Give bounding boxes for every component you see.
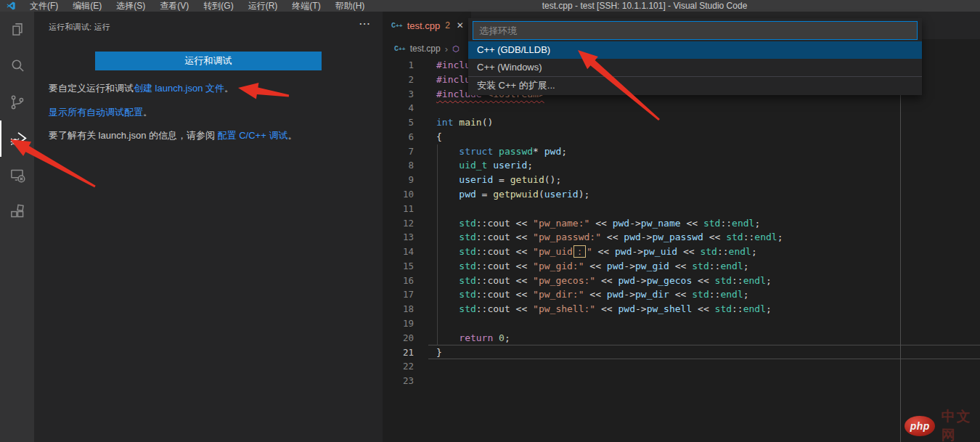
code-line[interactable]: 5int main() — [383, 115, 980, 130]
line-content: struct passwd* pwd; — [436, 144, 567, 159]
activity-run-and-debug[interactable] — [0, 120, 34, 157]
line-number: 7 — [383, 144, 414, 159]
php-cn-watermark: php 中文网 — [905, 407, 980, 442]
tab-close-icon[interactable]: ✕ — [457, 20, 464, 30]
line-number: 2 — [383, 73, 414, 87]
code-line[interactable]: 13 std::cout << "pw_passwd:" << pwd->pw_… — [383, 230, 980, 245]
quickpick-item[interactable]: 安装 C++ 的扩展... — [468, 76, 922, 94]
line-number: 11 — [383, 202, 414, 216]
code-line[interactable]: 19 — [383, 316, 980, 331]
extensions-icon — [8, 202, 27, 221]
tab-test-cpp[interactable]: C++ test.cpp 2 ✕ — [383, 12, 471, 39]
code-line[interactable]: 16 std::cout << "pw_gecos:" << pwd->pw_g… — [383, 274, 980, 288]
quickpick-item[interactable]: C++ (Windows) — [468, 59, 922, 76]
line-content: userid = getuid(); — [436, 173, 561, 187]
code-line[interactable]: 15 std::cout << "pw_gid:" << pwd->pw_gid… — [383, 259, 980, 274]
code-line[interactable]: 23 — [383, 374, 980, 388]
editor-ruler — [900, 58, 901, 442]
activity-remote-explorer[interactable] — [0, 157, 34, 193]
code-line[interactable]: 9 userid = getuid(); — [383, 173, 980, 187]
activity-explorer[interactable] — [0, 12, 34, 48]
line-number: 19 — [383, 316, 414, 331]
line-content: std::cout << "pw_gecos:" << pwd->pw_geco… — [436, 274, 772, 288]
launch-json-info-text: 要了解有关 launch.json 的信息，请参阅 配置 C/C++ 调试。 — [49, 129, 372, 142]
quickpick-list: C++ (GDB/LLDB)C++ (Windows)安装 C++ 的扩展... — [468, 41, 922, 94]
line-content: } — [436, 345, 442, 360]
cpp-file-icon: C++ — [391, 22, 403, 30]
line-number: 15 — [383, 259, 414, 274]
line-content: return 0; — [436, 331, 510, 345]
menu-item[interactable]: 选择(S) — [109, 0, 152, 12]
line-content: std::cout << "pw_dir:" << pwd->pw_dir <<… — [436, 287, 749, 302]
create-launch-json-link[interactable]: 创建 launch.json 文件 — [134, 83, 224, 94]
line-number: 14 — [383, 245, 414, 259]
line-number: 8 — [383, 158, 414, 173]
run-and-debug-button[interactable]: 运行和调试 — [95, 52, 322, 70]
select-environment-quickpick: C++ (GDB/LLDB)C++ (Windows)安装 C++ 的扩展... — [468, 18, 922, 95]
show-auto-configs-text: 显示所有自动调试配置。 — [49, 106, 372, 118]
symbol-cube-icon: ⬡ — [452, 44, 460, 54]
tab-problem-badge: 2 — [445, 20, 450, 30]
breadcrumb-file[interactable]: test.cpp — [410, 44, 441, 54]
code-editor[interactable]: 1#include <sys/types.h>2#include <pwd.h>… — [383, 58, 980, 442]
line-content: std::cout << "pw_passwd:" << pwd->pw_pas… — [436, 230, 783, 245]
menu-item[interactable]: 运行(R) — [241, 0, 285, 12]
line-number: 6 — [383, 130, 414, 144]
code-line[interactable]: 17 std::cout << "pw_dir:" << pwd->pw_dir… — [383, 287, 980, 302]
code-line[interactable]: 6{ — [383, 130, 980, 144]
line-number: 3 — [383, 87, 414, 102]
line-content: std::cout << "pw_gid:" << pwd->pw_gid <<… — [436, 259, 749, 274]
menu-item[interactable]: 查看(V) — [152, 0, 196, 12]
run-debug-sidebar: 运行和调试: 运行 ⋯ 运行和调试 要自定义运行和调试创建 launch.jso… — [34, 12, 383, 442]
line-number: 16 — [383, 274, 414, 288]
run-and-debug-icon — [9, 129, 28, 148]
activity-extensions[interactable] — [0, 193, 34, 229]
activity-source-control[interactable] — [0, 84, 34, 120]
line-number: 5 — [383, 115, 414, 130]
line-number: 17 — [383, 287, 414, 302]
line-content: int main() — [436, 115, 493, 130]
code-line[interactable]: 18 std::cout << "pw_shell:" << pwd->pw_s… — [383, 302, 980, 316]
code-line[interactable]: 4 — [383, 101, 980, 115]
files-icon — [8, 20, 27, 39]
chevron-right-icon: › — [445, 44, 448, 54]
show-auto-debug-configs-link[interactable]: 显示所有自动调试配置 — [49, 107, 143, 118]
code-line[interactable]: 11 — [383, 202, 980, 216]
source-control-icon — [8, 93, 27, 112]
line-number: 20 — [383, 331, 414, 345]
sidebar-title: 运行和调试: 运行 — [49, 22, 110, 33]
code-line[interactable]: 7 struct passwd* pwd; — [383, 144, 980, 159]
code-line[interactable]: 14 std::cout << "pw_uid：" << pwd->pw_uid… — [383, 245, 980, 259]
activity-search[interactable] — [0, 48, 34, 84]
php-logo: php — [905, 416, 935, 436]
configure-cpp-debug-link[interactable]: 配置 C/C++ 调试 — [218, 130, 288, 141]
quickpick-input-box — [473, 21, 918, 40]
line-number: 4 — [383, 101, 414, 115]
line-content: std::cout << "pw_name:" << pwd->pw_name … — [436, 216, 760, 231]
quickpick-input[interactable] — [473, 25, 917, 36]
code-line[interactable]: 20 return 0; — [383, 331, 980, 345]
more-actions-icon[interactable]: ⋯ — [359, 17, 371, 30]
quickpick-item[interactable]: C++ (GDB/LLDB) — [468, 41, 922, 59]
line-number: 9 — [383, 173, 414, 187]
tab-label: test.cpp — [407, 20, 441, 31]
code-line[interactable]: 10 pwd = getpwuid(userid); — [383, 187, 980, 202]
code-line[interactable]: 12 std::cout << "pw_name:" << pwd->pw_na… — [383, 216, 980, 231]
menu-item[interactable]: 文件(F) — [23, 0, 65, 12]
line-content: { — [436, 130, 442, 144]
menu-item[interactable]: 终端(T) — [285, 0, 327, 12]
line-content: std::cout << "pw_shell:" << pwd->pw_shel… — [436, 302, 772, 316]
line-content: pwd = getpwuid(userid); — [436, 187, 589, 202]
line-number: 23 — [383, 374, 414, 388]
menu-item[interactable]: 帮助(H) — [328, 0, 372, 12]
line-number: 21 — [383, 345, 414, 360]
code-line[interactable]: 22 — [383, 359, 980, 374]
menu-item[interactable]: 编辑(E) — [65, 0, 109, 12]
line-content: uid_t userid; — [436, 158, 533, 173]
menu-item[interactable]: 转到(G) — [196, 0, 240, 12]
code-line[interactable]: 8 uid_t userid; — [383, 158, 980, 173]
title-bar: 文件(F)编辑(E)选择(S)查看(V)转到(G)运行(R)终端(T)帮助(H)… — [0, 0, 980, 12]
code-line[interactable]: 21} — [383, 345, 980, 360]
remote-explorer-icon — [8, 165, 27, 184]
vscode-logo-icon — [7, 1, 15, 10]
